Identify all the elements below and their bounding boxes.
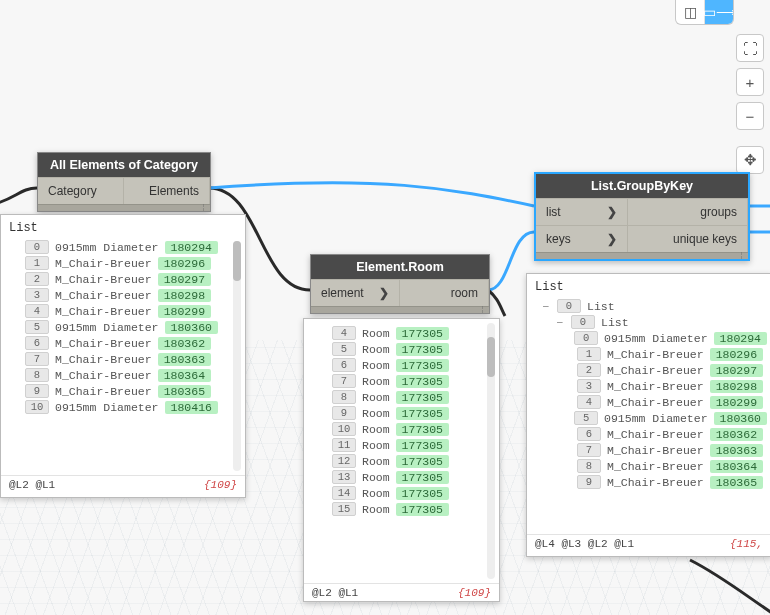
list-item[interactable]: 15Room177305 (308, 501, 495, 517)
node-list-group-by-key[interactable]: List.GroupByKey list ❯ keys ❯ groups uni… (534, 172, 750, 261)
output-port-groups[interactable]: groups (628, 198, 748, 225)
list-item[interactable]: 1M_Chair-Breuer180296 (531, 346, 767, 362)
levels-label[interactable]: @L2 @L1 (9, 479, 55, 491)
input-port-element[interactable]: element ❯ (311, 279, 400, 306)
list-item[interactable]: 3M_Chair-Breuer180298 (531, 378, 767, 394)
list-item[interactable]: 8M_Chair-Breuer180364 (5, 367, 241, 383)
list-item[interactable]: 00915mm Diameter180294 (5, 239, 241, 255)
list-item[interactable]: 7M_Chair-Breuer180363 (531, 442, 767, 458)
pan-button[interactable]: ✥ (736, 146, 764, 174)
element-id-tag[interactable]: 180297 (158, 273, 211, 286)
scrollbar-thumb[interactable] (487, 337, 495, 377)
element-id-tag[interactable]: 180363 (710, 444, 763, 457)
element-id-tag[interactable]: 180362 (158, 337, 211, 350)
list-item[interactable]: 4M_Chair-Breuer180299 (5, 303, 241, 319)
levels-label[interactable]: @L2 @L1 (312, 587, 358, 599)
output-port-elements[interactable]: Elements (124, 177, 210, 204)
graph-canvas[interactable]: ◫ ▭⟶ ⛶ + − ✥ All Elements of Category Ca… (0, 0, 770, 615)
levels-label[interactable]: @L4 @L3 @L2 @L1 (535, 538, 634, 550)
element-id-tag[interactable]: 180299 (710, 396, 763, 409)
list-item[interactable]: 8M_Chair-Breuer180364 (531, 458, 767, 474)
view-3d-button[interactable]: ◫ (676, 0, 704, 24)
watch-panel-elements[interactable]: List 00915mm Diameter1802941M_Chair-Breu… (0, 214, 246, 498)
element-id-tag[interactable]: 180360 (714, 412, 767, 425)
element-id-tag[interactable]: 177305 (396, 439, 449, 452)
element-id-tag[interactable]: 177305 (396, 407, 449, 420)
input-port-category[interactable]: Category (38, 177, 124, 204)
watch-panel-rooms[interactable]: 4Room1773055Room1773056Room1773057Room17… (303, 318, 500, 602)
element-id-tag[interactable]: 180365 (710, 476, 763, 489)
element-id-tag[interactable]: 177305 (396, 455, 449, 468)
element-id-tag[interactable]: 177305 (396, 471, 449, 484)
element-id-tag[interactable]: 180416 (165, 401, 218, 414)
item-label: Room (362, 407, 390, 420)
scrollbar-thumb[interactable] (233, 241, 241, 281)
list-item[interactable]: 6Room177305 (308, 357, 495, 373)
zoom-in-button[interactable]: + (736, 68, 764, 96)
list-item[interactable]: 11Room177305 (308, 437, 495, 453)
list-item[interactable]: 9Room177305 (308, 405, 495, 421)
list-item[interactable]: 12Room177305 (308, 453, 495, 469)
list-item[interactable]: 4Room177305 (308, 325, 495, 341)
list-item[interactable]: 2M_Chair-Breuer180297 (531, 362, 767, 378)
element-id-tag[interactable]: 180364 (710, 460, 763, 473)
list-item[interactable]: 10Room177305 (308, 421, 495, 437)
element-id-tag[interactable]: 177305 (396, 359, 449, 372)
element-id-tag[interactable]: 180294 (165, 241, 218, 254)
collapse-icon[interactable]: − (541, 300, 551, 313)
output-port-unique-keys[interactable]: unique keys (628, 225, 748, 252)
list-item[interactable]: 3M_Chair-Breuer180298 (5, 287, 241, 303)
element-id-tag[interactable]: 177305 (396, 391, 449, 404)
element-id-tag[interactable]: 180294 (714, 332, 767, 345)
scrollbar[interactable] (487, 323, 495, 579)
list-item[interactable]: 5Room177305 (308, 341, 495, 357)
output-port-room[interactable]: room (400, 279, 489, 306)
element-id-tag[interactable]: 180363 (158, 353, 211, 366)
list-item[interactable]: −0List (531, 298, 767, 314)
list-item[interactable]: 6M_Chair-Breuer180362 (531, 426, 767, 442)
element-id-tag[interactable]: 180296 (158, 257, 211, 270)
index-badge: 3 (577, 379, 601, 393)
list-item[interactable]: 2M_Chair-Breuer180297 (5, 271, 241, 287)
element-id-tag[interactable]: 180298 (158, 289, 211, 302)
list-item[interactable]: 6M_Chair-Breuer180362 (5, 335, 241, 351)
list-item[interactable]: 9M_Chair-Breuer180365 (5, 383, 241, 399)
zoom-out-button[interactable]: − (736, 102, 764, 130)
input-port-keys[interactable]: keys ❯ (536, 225, 628, 252)
list-item[interactable]: 00915mm Diameter180294 (531, 330, 767, 346)
scrollbar[interactable] (233, 241, 241, 471)
element-id-tag[interactable]: 180364 (158, 369, 211, 382)
list-item[interactable]: −0List (531, 314, 767, 330)
list-item[interactable]: 1M_Chair-Breuer180296 (5, 255, 241, 271)
watch-panel-groups[interactable]: List −0List−0List00915mm Diameter1802941… (526, 273, 770, 557)
element-id-tag[interactable]: 177305 (396, 487, 449, 500)
element-id-tag[interactable]: 177305 (396, 327, 449, 340)
list-item[interactable]: 9M_Chair-Breuer180365 (531, 474, 767, 490)
list-item[interactable]: 7M_Chair-Breuer180363 (5, 351, 241, 367)
element-id-tag[interactable]: 180299 (158, 305, 211, 318)
list-item[interactable]: 14Room177305 (308, 485, 495, 501)
element-id-tag[interactable]: 180298 (710, 380, 763, 393)
element-id-tag[interactable]: 180296 (710, 348, 763, 361)
list-item[interactable]: 50915mm Diameter180360 (531, 410, 767, 426)
element-id-tag[interactable]: 180360 (165, 321, 218, 334)
element-id-tag[interactable]: 180365 (158, 385, 211, 398)
view-graph-button[interactable]: ▭⟶ (704, 0, 733, 24)
fit-view-button[interactable]: ⛶ (736, 34, 764, 62)
element-id-tag[interactable]: 180297 (710, 364, 763, 377)
element-id-tag[interactable]: 177305 (396, 375, 449, 388)
node-element-room[interactable]: Element.Room element ❯ room ⸽ (310, 254, 490, 314)
collapse-icon[interactable]: − (555, 316, 565, 329)
list-item[interactable]: 8Room177305 (308, 389, 495, 405)
node-all-elements-of-category[interactable]: All Elements of Category Category Elemen… (37, 152, 211, 212)
list-item[interactable]: 7Room177305 (308, 373, 495, 389)
element-id-tag[interactable]: 177305 (396, 423, 449, 436)
input-port-list[interactable]: list ❯ (536, 198, 628, 225)
element-id-tag[interactable]: 177305 (396, 343, 449, 356)
list-item[interactable]: 100915mm Diameter180416 (5, 399, 241, 415)
list-item[interactable]: 13Room177305 (308, 469, 495, 485)
element-id-tag[interactable]: 180362 (710, 428, 763, 441)
list-item[interactable]: 50915mm Diameter180360 (5, 319, 241, 335)
list-item[interactable]: 4M_Chair-Breuer180299 (531, 394, 767, 410)
element-id-tag[interactable]: 177305 (396, 503, 449, 516)
